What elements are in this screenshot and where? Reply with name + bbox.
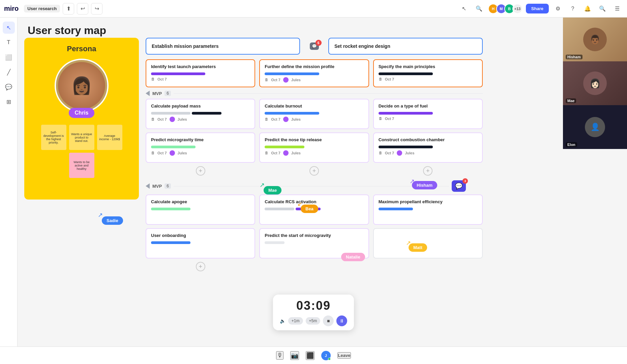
search-icon-btn[interactable]: 🔍 (597, 3, 608, 14)
story-further-define[interactable]: Further define the mission profile 🗓Oct … (259, 59, 369, 87)
story-further-define-title: Further define the mission profile (265, 64, 363, 69)
mvp1-row1: Calculate payload mass 🗓Oct 7 Jules Calc… (146, 99, 483, 129)
mvp-label-1: MVP (152, 91, 162, 96)
mvp-line-1 (174, 93, 483, 94)
camera-button[interactable]: 📷 (290, 351, 299, 360)
task-onboarding[interactable]: User onboarding (146, 228, 255, 259)
canvas-inner: User story map Persona 👩🏾 Chris Self-dev… (18, 18, 489, 321)
epic-establish[interactable]: Establish mission parameters (146, 38, 300, 55)
task-propellant-title: Maximum propellant efficiency (379, 199, 477, 204)
comment-bubble-2[interactable]: 💬 3 (452, 180, 466, 192)
share-icon-btn[interactable]: ⬆ (63, 3, 74, 14)
timer-colon: : (311, 299, 316, 312)
task-payload-mass[interactable]: Calculate payload mass 🗓Oct 7 Jules (146, 99, 255, 129)
mvp2-row2: User onboarding Predict the start of mic… (146, 228, 483, 259)
task-payload-meta: 🗓Oct 7 Jules (151, 117, 250, 122)
add-task-4[interactable]: + (196, 262, 205, 271)
mic-button[interactable]: 🎙 (276, 351, 283, 360)
epics-row: Establish mission parameters 💬 6 Set roc… (146, 38, 483, 55)
shape-tool[interactable]: ⬜ (3, 51, 15, 63)
video-tile-hisham: 👨🏾 Hisham (563, 18, 627, 61)
doc-title-button[interactable]: User research (24, 5, 60, 12)
task-microgravity-start-title: Predict the start of microgravity (265, 233, 363, 238)
task-micro-bar (151, 146, 196, 148)
pen-tool[interactable]: ╱ (3, 66, 15, 78)
task-burnout-title: Calculate burnout (265, 103, 363, 109)
task-burnout[interactable]: Calculate burnout 🗓Oct 7 Jules (259, 99, 369, 129)
task-nose-title: Predict the nose tip release (265, 137, 363, 142)
video-tile-elon: 👤 Elon (563, 105, 627, 149)
task-micro-meta: 🗓Oct 7 Jules (151, 150, 250, 156)
task-propellant[interactable]: Maximum propellant efficiency (373, 194, 483, 225)
timer-plus5[interactable]: +5m (306, 317, 321, 325)
persona-label: Chris (69, 108, 95, 118)
task-combustion-bar (379, 146, 433, 148)
epic-set-rocket[interactable]: Set rocket engine design (328, 38, 483, 55)
text-tool[interactable]: T (3, 36, 15, 49)
chat-icon-area: 💬 6 (304, 38, 324, 55)
add-task-2[interactable]: + (309, 166, 319, 176)
persona-photo: 👩🏾 (55, 59, 109, 113)
task-microgravity[interactable]: Predict microgravity time 🗓Oct 7 Jules (146, 132, 255, 163)
task-nose-tip[interactable]: Predict the nose tip release 🗓Oct 7 Jule… (259, 132, 369, 163)
task-rcs-title: Calculate RCS activation (265, 199, 363, 204)
timer-display: 03:09 (296, 299, 331, 313)
task-rcs[interactable]: Calculate RCS activation (259, 194, 369, 225)
stories-row: Identify test launch parameters 🗓Oct 7 F… (146, 59, 483, 87)
task-combustion-title: Construct combustion chamber (379, 137, 477, 142)
comment-tool[interactable]: 💬 (3, 81, 15, 93)
add-task-3[interactable]: + (423, 166, 432, 176)
sticky-notes-area: Self-development is the highest priority… (31, 125, 132, 178)
cursor-sadie-arrow: ↗ (98, 211, 103, 219)
task-micro-title: Predict microgravity time (151, 137, 250, 142)
bottom-bar: 🎙 📷 ⬛ J Leave (0, 346, 627, 364)
notifications-icon-btn[interactable]: 🔔 (582, 3, 593, 14)
cursor-tool-btn[interactable]: ↖ (458, 3, 470, 14)
task-fuel[interactable]: Decide on a type of fuel 🗓Oct 7 (373, 99, 483, 129)
mvp-line-2 (174, 186, 449, 186)
help-icon-btn[interactable]: ? (567, 3, 578, 14)
avatar-more[interactable]: +13 (512, 4, 522, 14)
avatar-combustion (397, 150, 402, 156)
settings-icon-btn[interactable]: ⚙ (552, 3, 564, 14)
page-title: User story map (28, 24, 479, 37)
menu-icon-btn[interactable]: ☰ (611, 3, 623, 14)
timer-pause-btn[interactable]: ⏸ (336, 315, 347, 326)
mvp2-row1: Calculate apogee Calculate RCS activatio… (146, 194, 483, 225)
story-identify[interactable]: Identify test launch parameters 🗓Oct 7 (146, 59, 255, 87)
task-combustion-meta: 🗓Oct 7 Jules (379, 150, 477, 156)
persona-title: Persona (67, 44, 96, 53)
timer-stop-btn[interactable]: ■ (323, 315, 334, 326)
task-nose-bar (265, 146, 304, 148)
task-nose-meta: 🗓Oct 7 Jules (265, 150, 363, 156)
cursor-sadie: Sadie (102, 216, 123, 225)
leave-button[interactable]: Leave (337, 352, 351, 359)
add-task-1[interactable]: + (196, 166, 205, 176)
story-specify[interactable]: Specify the main principles 🗓Oct 7 (373, 59, 483, 87)
frame-tool[interactable]: ⊞ (3, 96, 15, 108)
story-specify-title: Specify the main principles (379, 64, 477, 69)
task-fuel-title: Decide on a type of fuel (379, 103, 477, 109)
avatar-group: H M B +13 (488, 4, 522, 14)
sticky-2: Wants a unique product to stand out. (69, 125, 94, 150)
mvp-count-1: 6 (165, 91, 171, 96)
task-apogee-bar (151, 208, 190, 210)
task-apogee[interactable]: Calculate apogee (146, 194, 255, 225)
zoom-btn[interactable]: 🔍 (473, 3, 485, 14)
redo-button[interactable]: ↪ (91, 3, 102, 14)
task-apogee-title: Calculate apogee (151, 199, 250, 204)
task-microgravity-start[interactable]: Predict the start of microgravity (259, 228, 369, 259)
mvp-count-2: 6 (165, 183, 171, 189)
video-tile-mae: 👩🏻 Mae (563, 61, 627, 105)
left-toolbar: ↖ T ⬜ ╱ 💬 ⊞ ··· (0, 18, 18, 364)
epic-set-rocket-title: Set rocket engine design (334, 43, 390, 49)
timer-plus1[interactable]: +1m (288, 317, 303, 325)
chat-badge-widget[interactable]: 💬 6 (310, 42, 319, 50)
undo-button[interactable]: ↩ (77, 3, 88, 14)
task-combustion[interactable]: Construct combustion chamber 🗓Oct 7 Jule… (373, 132, 483, 163)
task-onboarding-title: User onboarding (151, 233, 250, 238)
share-button[interactable]: Share (526, 4, 549, 13)
video-name-mae: Mae (566, 98, 576, 103)
share-screen-button[interactable]: ⬛ (306, 351, 315, 360)
select-tool[interactable]: ↖ (3, 22, 15, 34)
